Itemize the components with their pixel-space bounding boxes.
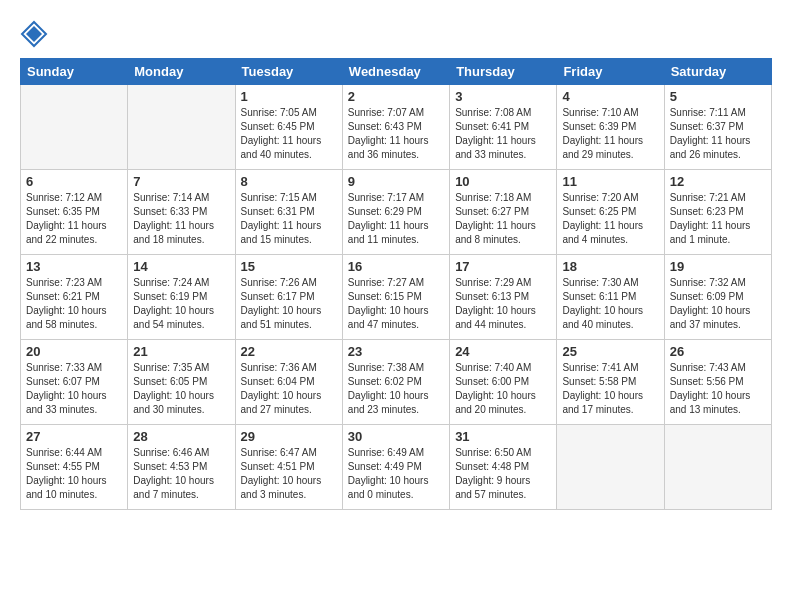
header-tuesday: Tuesday	[235, 59, 342, 85]
day-cell: 15Sunrise: 7:26 AM Sunset: 6:17 PM Dayli…	[235, 255, 342, 340]
day-number: 1	[241, 89, 337, 104]
day-cell	[128, 85, 235, 170]
day-info: Sunrise: 7:14 AM Sunset: 6:33 PM Dayligh…	[133, 191, 229, 247]
day-info: Sunrise: 7:33 AM Sunset: 6:07 PM Dayligh…	[26, 361, 122, 417]
header-monday: Monday	[128, 59, 235, 85]
day-cell: 31Sunrise: 6:50 AM Sunset: 4:48 PM Dayli…	[450, 425, 557, 510]
day-cell: 10Sunrise: 7:18 AM Sunset: 6:27 PM Dayli…	[450, 170, 557, 255]
day-cell: 1Sunrise: 7:05 AM Sunset: 6:45 PM Daylig…	[235, 85, 342, 170]
day-cell: 12Sunrise: 7:21 AM Sunset: 6:23 PM Dayli…	[664, 170, 771, 255]
header-wednesday: Wednesday	[342, 59, 449, 85]
header-friday: Friday	[557, 59, 664, 85]
day-info: Sunrise: 6:44 AM Sunset: 4:55 PM Dayligh…	[26, 446, 122, 502]
day-info: Sunrise: 6:46 AM Sunset: 4:53 PM Dayligh…	[133, 446, 229, 502]
day-cell: 17Sunrise: 7:29 AM Sunset: 6:13 PM Dayli…	[450, 255, 557, 340]
day-info: Sunrise: 7:21 AM Sunset: 6:23 PM Dayligh…	[670, 191, 766, 247]
day-cell: 8Sunrise: 7:15 AM Sunset: 6:31 PM Daylig…	[235, 170, 342, 255]
day-number: 17	[455, 259, 551, 274]
day-number: 30	[348, 429, 444, 444]
day-info: Sunrise: 7:11 AM Sunset: 6:37 PM Dayligh…	[670, 106, 766, 162]
day-number: 19	[670, 259, 766, 274]
day-info: Sunrise: 7:20 AM Sunset: 6:25 PM Dayligh…	[562, 191, 658, 247]
day-number: 2	[348, 89, 444, 104]
day-cell: 11Sunrise: 7:20 AM Sunset: 6:25 PM Dayli…	[557, 170, 664, 255]
day-cell: 18Sunrise: 7:30 AM Sunset: 6:11 PM Dayli…	[557, 255, 664, 340]
day-info: Sunrise: 7:27 AM Sunset: 6:15 PM Dayligh…	[348, 276, 444, 332]
day-cell: 30Sunrise: 6:49 AM Sunset: 4:49 PM Dayli…	[342, 425, 449, 510]
day-number: 7	[133, 174, 229, 189]
day-info: Sunrise: 7:26 AM Sunset: 6:17 PM Dayligh…	[241, 276, 337, 332]
day-info: Sunrise: 7:17 AM Sunset: 6:29 PM Dayligh…	[348, 191, 444, 247]
day-info: Sunrise: 7:38 AM Sunset: 6:02 PM Dayligh…	[348, 361, 444, 417]
day-cell: 29Sunrise: 6:47 AM Sunset: 4:51 PM Dayli…	[235, 425, 342, 510]
day-number: 4	[562, 89, 658, 104]
day-number: 8	[241, 174, 337, 189]
day-number: 20	[26, 344, 122, 359]
day-cell: 28Sunrise: 6:46 AM Sunset: 4:53 PM Dayli…	[128, 425, 235, 510]
page-header	[20, 20, 772, 48]
day-info: Sunrise: 7:29 AM Sunset: 6:13 PM Dayligh…	[455, 276, 551, 332]
logo	[20, 20, 52, 48]
day-info: Sunrise: 7:08 AM Sunset: 6:41 PM Dayligh…	[455, 106, 551, 162]
day-cell: 9Sunrise: 7:17 AM Sunset: 6:29 PM Daylig…	[342, 170, 449, 255]
day-info: Sunrise: 6:47 AM Sunset: 4:51 PM Dayligh…	[241, 446, 337, 502]
week-row-1: 1Sunrise: 7:05 AM Sunset: 6:45 PM Daylig…	[21, 85, 772, 170]
day-number: 31	[455, 429, 551, 444]
day-number: 10	[455, 174, 551, 189]
day-cell: 19Sunrise: 7:32 AM Sunset: 6:09 PM Dayli…	[664, 255, 771, 340]
calendar-table: SundayMondayTuesdayWednesdayThursdayFrid…	[20, 58, 772, 510]
day-info: Sunrise: 7:12 AM Sunset: 6:35 PM Dayligh…	[26, 191, 122, 247]
header-saturday: Saturday	[664, 59, 771, 85]
day-info: Sunrise: 7:35 AM Sunset: 6:05 PM Dayligh…	[133, 361, 229, 417]
day-info: Sunrise: 7:40 AM Sunset: 6:00 PM Dayligh…	[455, 361, 551, 417]
day-cell: 3Sunrise: 7:08 AM Sunset: 6:41 PM Daylig…	[450, 85, 557, 170]
week-row-3: 13Sunrise: 7:23 AM Sunset: 6:21 PM Dayli…	[21, 255, 772, 340]
day-cell: 7Sunrise: 7:14 AM Sunset: 6:33 PM Daylig…	[128, 170, 235, 255]
header-thursday: Thursday	[450, 59, 557, 85]
day-number: 11	[562, 174, 658, 189]
day-number: 12	[670, 174, 766, 189]
day-info: Sunrise: 6:50 AM Sunset: 4:48 PM Dayligh…	[455, 446, 551, 502]
day-info: Sunrise: 7:23 AM Sunset: 6:21 PM Dayligh…	[26, 276, 122, 332]
day-cell: 14Sunrise: 7:24 AM Sunset: 6:19 PM Dayli…	[128, 255, 235, 340]
day-number: 15	[241, 259, 337, 274]
day-number: 23	[348, 344, 444, 359]
day-number: 14	[133, 259, 229, 274]
day-cell: 6Sunrise: 7:12 AM Sunset: 6:35 PM Daylig…	[21, 170, 128, 255]
day-cell: 2Sunrise: 7:07 AM Sunset: 6:43 PM Daylig…	[342, 85, 449, 170]
day-info: Sunrise: 7:43 AM Sunset: 5:56 PM Dayligh…	[670, 361, 766, 417]
day-cell: 20Sunrise: 7:33 AM Sunset: 6:07 PM Dayli…	[21, 340, 128, 425]
day-info: Sunrise: 7:10 AM Sunset: 6:39 PM Dayligh…	[562, 106, 658, 162]
day-cell	[664, 425, 771, 510]
day-cell: 5Sunrise: 7:11 AM Sunset: 6:37 PM Daylig…	[664, 85, 771, 170]
day-number: 24	[455, 344, 551, 359]
day-cell: 23Sunrise: 7:38 AM Sunset: 6:02 PM Dayli…	[342, 340, 449, 425]
day-cell: 25Sunrise: 7:41 AM Sunset: 5:58 PM Dayli…	[557, 340, 664, 425]
header-sunday: Sunday	[21, 59, 128, 85]
day-cell	[21, 85, 128, 170]
day-cell: 27Sunrise: 6:44 AM Sunset: 4:55 PM Dayli…	[21, 425, 128, 510]
day-info: Sunrise: 7:30 AM Sunset: 6:11 PM Dayligh…	[562, 276, 658, 332]
day-cell: 21Sunrise: 7:35 AM Sunset: 6:05 PM Dayli…	[128, 340, 235, 425]
header-row: SundayMondayTuesdayWednesdayThursdayFrid…	[21, 59, 772, 85]
day-number: 26	[670, 344, 766, 359]
day-info: Sunrise: 6:49 AM Sunset: 4:49 PM Dayligh…	[348, 446, 444, 502]
day-info: Sunrise: 7:18 AM Sunset: 6:27 PM Dayligh…	[455, 191, 551, 247]
day-info: Sunrise: 7:24 AM Sunset: 6:19 PM Dayligh…	[133, 276, 229, 332]
day-number: 6	[26, 174, 122, 189]
week-row-5: 27Sunrise: 6:44 AM Sunset: 4:55 PM Dayli…	[21, 425, 772, 510]
day-cell: 16Sunrise: 7:27 AM Sunset: 6:15 PM Dayli…	[342, 255, 449, 340]
day-number: 27	[26, 429, 122, 444]
day-number: 3	[455, 89, 551, 104]
day-info: Sunrise: 7:41 AM Sunset: 5:58 PM Dayligh…	[562, 361, 658, 417]
day-number: 25	[562, 344, 658, 359]
week-row-4: 20Sunrise: 7:33 AM Sunset: 6:07 PM Dayli…	[21, 340, 772, 425]
day-number: 5	[670, 89, 766, 104]
day-number: 18	[562, 259, 658, 274]
day-cell	[557, 425, 664, 510]
day-number: 29	[241, 429, 337, 444]
day-number: 16	[348, 259, 444, 274]
day-number: 22	[241, 344, 337, 359]
day-cell: 24Sunrise: 7:40 AM Sunset: 6:00 PM Dayli…	[450, 340, 557, 425]
day-cell: 26Sunrise: 7:43 AM Sunset: 5:56 PM Dayli…	[664, 340, 771, 425]
